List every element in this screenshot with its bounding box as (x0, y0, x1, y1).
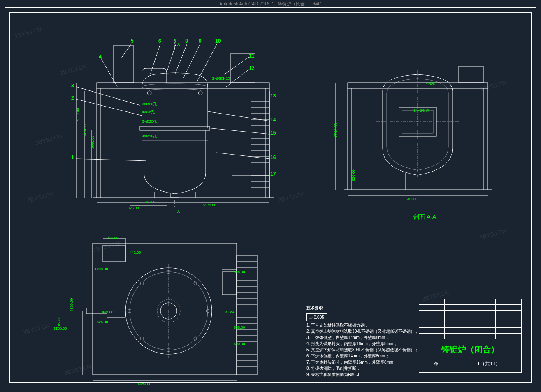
watermark: 2BYSJ.CN (22, 322, 51, 336)
watermark: 2BYSJ.CN (26, 190, 55, 204)
tech-req-item: 5. 真空炉下炉体材料选取304L不锈钢（又称超低碳不锈钢）； (306, 347, 438, 353)
svg-point-87 (194, 282, 197, 285)
dim-sec-w: 4820.00 (407, 197, 421, 201)
svg-line-48 (197, 44, 217, 81)
technical-requirements: 技术要求： ⏥ 0.005 1. 平台支架材料选取不锈钢方钢； 2. 真空炉上炉… (306, 305, 438, 378)
section-a-a-view (323, 54, 500, 210)
drawing-title: 铸锭炉（闭合） (419, 339, 521, 359)
tech-req-item: 7. 下炉体封头部分，内壁厚16mm，外壁厚8mm (306, 359, 438, 365)
svg-point-89 (194, 337, 197, 340)
tech-req-item: 8. 将锐边清除，毛刺并折断； (306, 365, 438, 371)
tech-req-header: 技术要求： (306, 305, 438, 311)
section-mark-a-bot: A (177, 209, 180, 213)
app-title-bar: Autodesk AutoCAD 2016 7、铸锭炉（闭合）.DWG (0, 0, 541, 7)
drawing-canvas: 2BYSJ.CN 2BYSJ.CN 2BYSJ.CN 2BYSJ.CN 2BYS… (5, 7, 536, 387)
tech-req-item: 4. 封头为碟形封头，内壁厚16mm，外壁厚8mm； (306, 341, 438, 347)
dim-top-h2: 3100.00 (53, 327, 67, 331)
tech-req-item: 3. 上炉体侧壁，内壁厚14mm，外壁厚8mm； (306, 334, 438, 341)
projection-symbol: ⊕ (419, 361, 453, 366)
svg-line-45 (167, 44, 176, 72)
dim-top-d9: 690.00 (234, 342, 245, 346)
svg-line-54 (216, 153, 269, 159)
dim-top-d7: 31.84 (225, 310, 235, 314)
dim-top-d4: 548.00 (234, 270, 245, 274)
svg-line-50 (226, 70, 249, 87)
callout-leaders (60, 33, 290, 206)
dim-top-d8: 868.00 (234, 325, 245, 329)
svg-line-56 (101, 58, 117, 87)
watermark: 2BYSJ.CN (479, 227, 507, 241)
svg-point-91 (140, 337, 144, 340)
svg-point-93 (140, 282, 144, 285)
dim-sec-hole2: 34×Ø8 通 (413, 108, 430, 114)
svg-rect-77 (93, 243, 237, 375)
dim-sec-h2: 920.00 (351, 169, 355, 181)
dim-top-d5: 406.00 (102, 310, 114, 314)
svg-line-49 (224, 57, 249, 74)
drawing-border: 2BYSJ.CN 2BYSJ.CN 2BYSJ.CN 2BYSJ.CN 2BYS… (9, 12, 532, 383)
dim-sec-hole1: 4×Ø8 (426, 81, 435, 86)
dim-top-h3: 82.00 (57, 317, 61, 326)
dim-top-d6: 526.00 (97, 320, 108, 324)
title-block: 铸锭炉（闭合） ⊕ 11（共11） (419, 299, 522, 373)
watermark: 2BYSJ.CN (14, 26, 42, 39)
flatness-tolerance: ⏥ 0.005 (306, 313, 327, 321)
dim-sec-h1: 3542.00 (334, 123, 338, 137)
tech-req-item: 1. 平台支架材料选取不锈钢方钢； (306, 322, 438, 328)
svg-rect-67 (459, 66, 483, 83)
watermark: 2BYSJ.CN (35, 133, 63, 146)
sheet-number: 11（共11） (453, 360, 521, 367)
dim-top-d2: 442.00 (130, 251, 141, 255)
section-label: 剖面 A-A (413, 213, 436, 221)
top-plan-view (51, 231, 274, 387)
svg-line-57 (76, 87, 140, 105)
svg-line-47 (183, 44, 200, 79)
dim-top-d1: 200.00 (107, 236, 118, 240)
svg-line-44 (150, 44, 160, 74)
svg-rect-78 (103, 245, 125, 262)
svg-line-52 (208, 111, 269, 121)
dim-top-w: 4050.00 (138, 382, 151, 386)
tech-req-item: 6. 下炉体侧壁，内壁厚14mm，外壁厚8mm； (306, 353, 438, 359)
dim-w1: 326.00 (128, 206, 139, 210)
svg-line-59 (76, 159, 146, 161)
svg-line-46 (175, 44, 187, 74)
svg-rect-79 (222, 272, 237, 295)
dim-top-h1: 4800.00 (70, 298, 74, 312)
dim-top-d3: 1290.00 (95, 267, 108, 271)
tech-req-item: 9. 未标注粗糙度的值为Ra6.3。 (306, 371, 438, 378)
svg-line-53 (208, 128, 269, 134)
svg-line-43 (121, 44, 132, 58)
svg-line-58 (76, 99, 142, 116)
tech-req-item: 2. 真空炉上炉体材料选取304L不锈钢（又称超低碳不锈钢）； (306, 328, 438, 334)
